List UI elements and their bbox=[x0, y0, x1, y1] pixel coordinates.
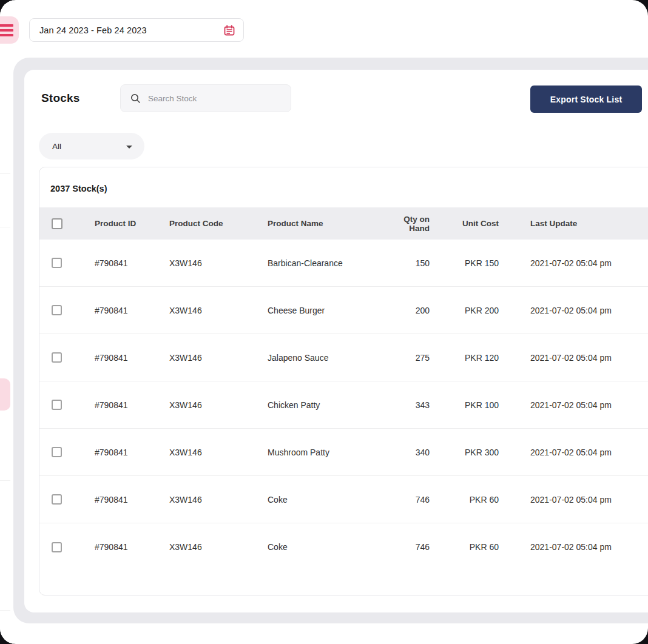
row-checkbox[interactable] bbox=[52, 542, 62, 552]
row-checkbox[interactable] bbox=[52, 352, 62, 363]
cell-product-code: X3W146 bbox=[169, 448, 268, 457]
cell-unit-cost: PKR 100 bbox=[430, 400, 499, 410]
row-checkbox[interactable] bbox=[52, 305, 62, 315]
cell-last-update: 2021-07-02 05:04 pm bbox=[530, 495, 648, 505]
search-input[interactable] bbox=[141, 94, 291, 103]
sidebar-divider bbox=[0, 610, 10, 611]
cell-unit-cost: PKR 60 bbox=[430, 495, 499, 505]
stocks-panel: Stocks Export Stock List All 2037 Stock(… bbox=[24, 70, 648, 612]
select-all-checkbox[interactable] bbox=[52, 218, 62, 229]
cell-product-code: X3W146 bbox=[169, 400, 268, 410]
filter-selected-value: All bbox=[52, 142, 126, 151]
cell-qty-on-hand: 200 bbox=[382, 306, 430, 315]
row-checkbox[interactable] bbox=[52, 400, 62, 410]
chevron-down-icon bbox=[126, 146, 132, 149]
table-row: #790841 X3W146 Coke 746 PKR 60 2021-07-0… bbox=[39, 523, 648, 571]
cell-product-code: X3W146 bbox=[169, 495, 268, 505]
app-window: Jan 24 2023 - Feb 24 2023 Stocks Export … bbox=[0, 0, 648, 644]
hamburger-icon bbox=[0, 24, 13, 27]
cell-qty-on-hand: 746 bbox=[382, 542, 430, 552]
cell-last-update: 2021-07-02 05:04 pm bbox=[530, 400, 648, 410]
cell-unit-cost: PKR 300 bbox=[430, 448, 499, 457]
cell-unit-cost: PKR 120 bbox=[430, 353, 499, 363]
cell-qty-on-hand: 343 bbox=[382, 400, 430, 410]
export-stock-list-button[interactable]: Export Stock List bbox=[530, 86, 642, 113]
cell-qty-on-hand: 340 bbox=[382, 448, 430, 457]
search-icon bbox=[130, 93, 141, 104]
cell-qty-on-hand: 275 bbox=[382, 353, 430, 363]
cell-product-id: #790841 bbox=[95, 400, 169, 410]
cell-product-name: Mushroom Patty bbox=[268, 448, 382, 457]
content-area: Stocks Export Stock List All 2037 Stock(… bbox=[13, 58, 648, 623]
cell-product-name: Jalapeno Sauce bbox=[268, 353, 382, 363]
cell-product-code: X3W146 bbox=[169, 258, 268, 268]
sidebar-divider bbox=[0, 480, 10, 481]
cell-product-name: Barbican-Clearance bbox=[268, 258, 382, 268]
table-row: #790841 X3W146 Chicken Patty 343 PKR 100… bbox=[39, 381, 648, 429]
cell-product-code: X3W146 bbox=[169, 353, 268, 363]
cell-last-update: 2021-07-02 05:04 pm bbox=[530, 542, 648, 552]
table-header-row: Product ID Product Code Product Name Qty… bbox=[39, 207, 648, 240]
row-checkbox[interactable] bbox=[52, 447, 62, 457]
sidebar-active-item[interactable] bbox=[0, 378, 10, 411]
table-row: #790841 X3W146 Coke 746 PKR 60 2021-07-0… bbox=[39, 476, 648, 523]
col-product-id: Product ID bbox=[95, 219, 169, 228]
cell-product-id: #790841 bbox=[95, 306, 169, 315]
cell-last-update: 2021-07-02 05:04 pm bbox=[530, 448, 648, 457]
col-product-code: Product Code bbox=[169, 219, 268, 228]
table-body: #790841 X3W146 Barbican-Clearance 150 PK… bbox=[39, 240, 648, 571]
cell-product-id: #790841 bbox=[95, 448, 169, 457]
sidebar-divider bbox=[0, 173, 10, 174]
menu-button[interactable] bbox=[0, 16, 19, 44]
cell-qty-on-hand: 746 bbox=[382, 495, 430, 505]
row-checkbox[interactable] bbox=[52, 258, 62, 268]
date-range-picker[interactable]: Jan 24 2023 - Feb 24 2023 bbox=[29, 18, 244, 42]
cell-last-update: 2021-07-02 05:04 pm bbox=[530, 306, 648, 315]
sidebar-divider bbox=[0, 227, 10, 227]
cell-unit-cost: PKR 200 bbox=[430, 306, 499, 315]
col-last-update: Last Update bbox=[530, 219, 648, 228]
page-title: Stocks bbox=[41, 92, 80, 105]
cell-unit-cost: PKR 150 bbox=[430, 258, 499, 268]
date-range-value: Jan 24 2023 - Feb 24 2023 bbox=[39, 25, 223, 35]
row-checkbox[interactable] bbox=[52, 494, 62, 505]
cell-product-id: #790841 bbox=[95, 542, 169, 552]
col-qty-on-hand: Qty on Hand bbox=[382, 215, 430, 233]
stock-search[interactable] bbox=[120, 84, 291, 112]
filter-dropdown[interactable]: All bbox=[39, 133, 144, 159]
table-row: #790841 X3W146 Barbican-Clearance 150 PK… bbox=[39, 240, 648, 287]
cell-unit-cost: PKR 60 bbox=[430, 542, 499, 552]
cell-product-code: X3W146 bbox=[169, 306, 268, 315]
cell-product-id: #790841 bbox=[95, 353, 169, 363]
sidebar bbox=[0, 0, 13, 644]
col-product-name: Product Name bbox=[268, 219, 382, 228]
cell-product-name: Coke bbox=[268, 495, 382, 505]
cell-product-name: Coke bbox=[268, 542, 382, 552]
cell-product-name: Chicken Patty bbox=[268, 400, 382, 410]
stocks-table: 2037 Stock(s) Product ID Product Code Pr… bbox=[39, 167, 648, 595]
cell-product-name: Cheese Burger bbox=[268, 306, 382, 315]
table-row: #790841 X3W146 Cheese Burger 200 PKR 200… bbox=[39, 287, 648, 334]
cell-last-update: 2021-07-02 05:04 pm bbox=[530, 258, 648, 268]
col-unit-cost: Unit Cost bbox=[430, 219, 499, 228]
calendar-icon bbox=[223, 24, 235, 36]
cell-product-code: X3W146 bbox=[169, 542, 268, 552]
table-row: #790841 X3W146 Jalapeno Sauce 275 PKR 12… bbox=[39, 334, 648, 381]
table-row: #790841 X3W146 Mushroom Patty 340 PKR 30… bbox=[39, 429, 648, 476]
cell-last-update: 2021-07-02 05:04 pm bbox=[530, 353, 648, 363]
stock-count: 2037 Stock(s) bbox=[50, 184, 107, 193]
cell-product-id: #790841 bbox=[95, 258, 169, 268]
cell-product-id: #790841 bbox=[95, 495, 169, 505]
cell-qty-on-hand: 150 bbox=[382, 258, 430, 268]
